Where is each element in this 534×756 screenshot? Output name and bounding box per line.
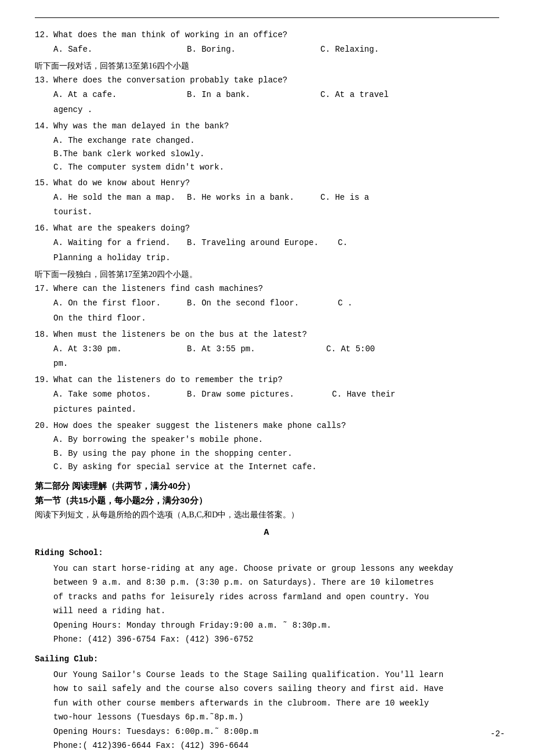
q13-option-a: A. At a cafe. [53, 88, 187, 102]
q16-number: 16. [35, 222, 53, 236]
q13-option-b: B. In a bank. [187, 88, 320, 102]
passage-riding-line4: will need a riding hat. [53, 604, 499, 618]
passage-riding-line6: Phone: (412) 396-6754 Fax: (412) 396-675… [53, 632, 499, 647]
q20-option-b: B. By using the pay phone in the shoppin… [53, 447, 499, 460]
passage-riding-line3: of tracks and paths for leisurely rides … [53, 590, 499, 604]
q18-number: 18. [35, 328, 53, 342]
question-16: 16. What are the speakers doing? A. Wait… [35, 222, 499, 265]
page-number: -2- [490, 729, 505, 739]
q13-option-c: C. At a travel [320, 88, 436, 102]
q16-text: What are the speakers doing? [53, 222, 499, 236]
q12-option-b: B. Boring. [187, 43, 320, 57]
q15-option-b: B. He works in a bank. [187, 191, 320, 205]
q14-number: 14. [35, 120, 53, 134]
q13-options: A. At a cafe. B. In a bank. C. At a trav… [53, 88, 499, 102]
passage-sailing-line3: fun with other course members afterwards… [53, 696, 499, 711]
q18-option-b: B. At 3:55 pm. [187, 343, 326, 357]
q19-text: What can the listeners do to remember th… [53, 373, 499, 387]
q13-continuation: agency . [53, 103, 499, 117]
q20-option-a: A. By borrowing the speaker's mobile pho… [53, 433, 499, 447]
section2-header: 第二部分 阅读理解（共两节，满分40分） [35, 478, 499, 494]
section2-instruction: 阅读下列短文，从每题所给的四个选项（A,B,C,和D中，选出最佳答案。） [35, 508, 499, 523]
q12-option-c: C. Relaxing. [320, 43, 436, 57]
q17-options: A. On the first floor. B. On the second … [53, 297, 499, 311]
q12-options: A. Safe. B. Boring. C. Relaxing. [53, 43, 499, 57]
section-13-16-label: 听下面一段对话，回答第13至第16四个小题 [35, 62, 189, 70]
q14-option-a: A. The exchange rate changed. [53, 134, 499, 147]
q12-text: What does the man think of working in an… [53, 28, 499, 42]
q19-option-a: A. Take some photos. [53, 388, 187, 402]
top-divider [35, 17, 499, 18]
passage-riding-body: You can start horse-riding at any age. C… [53, 561, 499, 647]
q16-option-a: A. Waiting for a friend. [53, 236, 187, 250]
section2-subheader: 第一节（共15小题，每小题2分，满分30分） [35, 493, 499, 508]
q18-option-c: C. At 5:00 [326, 343, 442, 357]
q18-continuation: pm. [53, 357, 499, 371]
question-14: 14. Why was the man delayed in the bank?… [35, 120, 499, 174]
q16-option-b: B. Traveling around Europe. [187, 236, 338, 250]
q19-option-b: B. Draw some pictures. [187, 388, 332, 402]
q17-option-b: B. On the second floor. [187, 297, 338, 311]
passage-sailing-line5: Opening Hours: Tuesdays: 6:00p.m.˜ 8:00p… [53, 725, 499, 739]
question-17: 17. Where can the listeners find cash ma… [35, 282, 499, 325]
q13-number: 13. [35, 74, 53, 88]
passage-sailing: Sailing Club: Our Young Sailor's Course … [35, 653, 499, 753]
q18-text: When must the listeners be on the bus at… [53, 328, 499, 342]
q17-continuation: On the third floor. [53, 312, 499, 326]
q13-text: Where does the conversation probably tak… [53, 74, 499, 88]
q12-number: 12. [35, 28, 53, 42]
q15-continuation: tourist. [53, 206, 499, 219]
q15-text: What do we know about Henry? [53, 177, 499, 190]
section2-block: 第二部分 阅读理解（共两节，满分40分） 第一节（共15小题，每小题2分，满分3… [35, 478, 499, 541]
q14-text: Why was the man delayed in the bank? [53, 120, 499, 134]
passage-riding-title: Riding School: [35, 546, 499, 560]
question-15: 15. What do we know about Henry? A. He s… [35, 177, 499, 219]
passage-sailing-line6: Phone:( 412)396-6644 Fax: (412) 396-6644 [53, 739, 499, 753]
q15-number: 15. [35, 177, 53, 190]
q20-options: A. By borrowing the speaker's mobile pho… [53, 433, 499, 473]
q14-option-b: B.The bank clerk worked slowly. [53, 147, 499, 161]
q17-option-a: A. On the first floor. [53, 297, 187, 311]
q20-option-c: C. By asking for special service at the … [53, 460, 499, 474]
q19-options: A. Take some photos. B. Draw some pictur… [53, 388, 499, 402]
passage-sailing-line4: two-hour lessons (Tuesdays 6p.m.˜8p.m.) [53, 710, 499, 725]
question-18: 18. When must the listeners be on the bu… [35, 328, 499, 371]
q17-text: Where can the listeners find cash machin… [53, 282, 499, 296]
passage-sailing-line1: Our Young Sailor's Course leads to the S… [53, 668, 499, 682]
question-19: 19. What can the listeners do to remembe… [35, 373, 499, 416]
passage-sailing-line2: how to sail safely and the course also c… [53, 682, 499, 696]
q15-option-a: A. He sold the man a map. [53, 191, 187, 205]
main-content: 12. What does the man think of working i… [35, 28, 499, 753]
question-12: 12. What does the man think of working i… [35, 28, 499, 57]
section-header-17-20: 听下面一段独白，回答第17至第20四个小题。 [35, 268, 499, 282]
passage-sailing-body: Our Young Sailor's Course leads to the S… [53, 668, 499, 753]
q14-options: A. The exchange rate changed. B.The bank… [53, 134, 499, 174]
q20-number: 20. [35, 419, 53, 433]
q15-options: A. He sold the man a map. B. He works in… [53, 191, 499, 205]
q14-option-c: C. The computer system didn't work. [53, 161, 499, 174]
q19-continuation: pictures painted. [53, 403, 499, 417]
q18-options: A. At 3:30 pm. B. At 3:55 pm. C. At 5:00 [53, 343, 499, 357]
q15-option-c: C. He is a [320, 191, 436, 205]
passage-riding-line5: Opening Hours: Monday through Friday:9:0… [53, 618, 499, 633]
passage-riding: Riding School: You can start horse-ridin… [35, 546, 499, 647]
q19-option-c: C. Have their [332, 388, 448, 402]
question-13: 13. Where does the conversation probably… [35, 74, 499, 117]
question-20: 20. How does the speaker suggest the lis… [35, 419, 499, 474]
q20-text: How does the speaker suggest the listene… [53, 419, 499, 433]
q12-option-a: A. Safe. [53, 43, 187, 57]
q18-option-a: A. At 3:30 pm. [53, 343, 187, 357]
q17-option-c: C . [338, 297, 454, 311]
passage-riding-line2: between 9 a.m. and 8:30 p.m. (3:30 p.m. … [53, 575, 499, 590]
q16-options: A. Waiting for a friend. B. Traveling ar… [53, 236, 499, 250]
passage-sailing-title: Sailing Club: [35, 653, 499, 667]
q16-continuation: Planning a holiday trip. [53, 251, 499, 265]
passage-riding-line1: You can start horse-riding at any age. C… [53, 561, 499, 576]
q16-option-c: C. [338, 236, 454, 250]
section-17-20-label: 听下面一段独白，回答第17至第20四个小题。 [35, 270, 197, 279]
q17-number: 17. [35, 282, 53, 296]
section-header-13-16: 听下面一段对话，回答第13至第16四个小题 [35, 59, 499, 74]
q19-number: 19. [35, 373, 53, 387]
section2-center-label: A [35, 525, 499, 541]
